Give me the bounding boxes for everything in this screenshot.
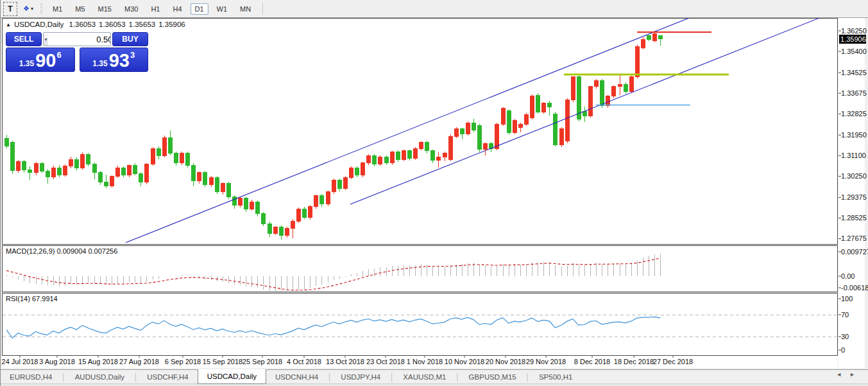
date-axis-label: 6 Sep 2018 xyxy=(165,358,201,365)
date-axis-label: 13 Oct 2018 xyxy=(326,358,364,365)
terminal-window: T ❖ ▾ M1M5M15M30H1H4D1W1MN ▲USDCAD,Daily… xyxy=(0,0,868,386)
macd-label: MACD(12,26,9) 0.009004 0.007256 xyxy=(6,247,117,255)
price-axis-label: 1.31100 xyxy=(841,152,866,159)
tab-separator: │ xyxy=(327,370,332,384)
chart-tab-bar: EURUSD,H4│AUDUSD,Daily│USDCHF,H4USDCAD,D… xyxy=(1,369,868,384)
date-axis-label: 3 Aug 2018 xyxy=(39,358,75,365)
price-axis-label: 1.30250 xyxy=(841,172,867,180)
ohlc-high: 1.36053 xyxy=(99,21,126,28)
timeframe-button-M15[interactable]: M15 xyxy=(94,3,116,15)
date-axis-label: 1 Nov 2018 xyxy=(407,358,443,365)
tab-separator: │ xyxy=(133,370,138,384)
chart-tab-sp500-h1[interactable]: SP500,H1 xyxy=(530,370,581,384)
date-axis-label: 29 Nov 2018 xyxy=(526,358,566,365)
price-axis-label: 1.29375 xyxy=(841,193,867,201)
ohlc-close: 1.35906 xyxy=(158,21,185,28)
price-axis-label: 1.33675 xyxy=(841,89,867,97)
volume-stepper: ▼ ▲ xyxy=(43,32,111,46)
date-axis-label: 15 Sep 2018 xyxy=(203,358,243,365)
chevron-down-icon: ▾ xyxy=(31,6,33,12)
chart-tab-gbpusd-m15[interactable]: GBPUSD,M15 xyxy=(460,370,525,384)
date-axis-label: 18 Dec 2018 xyxy=(614,358,654,365)
buy-price-pips: 93 xyxy=(109,52,130,70)
indicator-axis-label: 0.00 xyxy=(841,272,855,280)
current-price-badge: 1.35906 xyxy=(839,35,866,44)
chart-tab-usdcnh-h4[interactable]: USDCNH,H4 xyxy=(266,370,327,384)
date-axis-label: 27 Aug 2018 xyxy=(119,358,159,365)
chart-tab-usdjpy-h4[interactable]: USDJPY,H4 xyxy=(332,370,389,384)
price-axis-label: 1.36250 xyxy=(841,27,867,35)
diamond-arrows-icon: ❖ xyxy=(23,4,30,13)
tab-separator: │ xyxy=(61,370,65,384)
rsi-value: 67.9914 xyxy=(32,295,58,303)
price-axis-label: 1.32825 xyxy=(841,110,867,118)
indicator-axis-label: 100 xyxy=(841,295,853,303)
toolbar: T ❖ ▾ M1M5M15M30H1H4D1W1MN xyxy=(1,0,868,18)
chart-tab-usdcad-daily[interactable]: USDCAD,Daily xyxy=(198,369,266,384)
text-label-tool-icon[interactable]: T xyxy=(3,2,17,16)
price-axis-label: 1.28525 xyxy=(841,214,867,222)
chart-tab-usdchf-h4[interactable]: USDCHF,H4 xyxy=(138,370,198,384)
buy-price-point: 3 xyxy=(130,50,135,60)
ohlc-open: 1.36053 xyxy=(69,21,96,28)
buy-price-box[interactable]: 1.35 93 3 xyxy=(80,48,149,72)
tab-separator: │ xyxy=(455,370,459,384)
price-axis-label: 1.31950 xyxy=(841,131,867,139)
tab-separator: │ xyxy=(525,370,530,384)
sell-button[interactable]: SELL xyxy=(6,32,42,46)
date-axis-label: 4 Oct 2018 xyxy=(287,358,321,365)
volume-input[interactable] xyxy=(48,33,111,46)
macd-signal-value: 0.007256 xyxy=(88,247,117,255)
date-axis-label: 25 Sep 2018 xyxy=(243,358,282,365)
timeframe-button-M5[interactable]: M5 xyxy=(71,3,89,15)
sell-price-box[interactable]: 1.35 90 6 xyxy=(6,48,75,72)
timeframe-button-D1[interactable]: D1 xyxy=(191,3,208,15)
price-axis-label: 1.27675 xyxy=(841,234,867,242)
date-axis-label: 24 Jul 2018 xyxy=(2,358,38,365)
timeframe-button-H4[interactable]: H4 xyxy=(168,3,186,15)
buy-button[interactable]: BUY xyxy=(112,32,148,46)
date-axis-label: 8 Dec 2018 xyxy=(574,358,610,365)
date-axis-label: 15 Aug 2018 xyxy=(78,358,118,365)
buy-price-prefix: 1.35 xyxy=(92,59,107,68)
rsi-label: RSI(14) 67.9914 xyxy=(6,295,58,303)
timeframe-button-M30[interactable]: M30 xyxy=(120,3,142,15)
sell-price-pips: 90 xyxy=(35,52,56,70)
timeframe-button-M1[interactable]: M1 xyxy=(48,3,67,15)
price-axis-label: 1.35400 xyxy=(841,48,867,55)
ohlc-low: 1.35653 xyxy=(129,21,156,28)
indicator-axis-label: -0.006182 xyxy=(841,284,868,292)
sell-price-point: 6 xyxy=(56,50,61,60)
date-axis-label: 23 Oct 2018 xyxy=(366,358,405,365)
one-click-trading-panel: SELL ▼ ▲ BUY 1.35 90 6 1.35 93 3 xyxy=(6,32,148,72)
tab-scroll-left-icon[interactable]: ◄ xyxy=(836,371,849,378)
indicator-axis-label: 0 xyxy=(841,346,845,354)
timeframe-group: M1M5M15M30H1H4D1W1MN xyxy=(46,3,257,15)
symbol-title: USDCAD,Daily xyxy=(14,21,64,28)
price-axis-label: 1.34525 xyxy=(841,69,867,76)
indicator-axis-label: 30 xyxy=(841,333,849,340)
sell-price-prefix: 1.35 xyxy=(19,59,34,68)
tab-separator: │ xyxy=(389,370,394,384)
date-axis-label: 20 Nov 2018 xyxy=(486,358,525,365)
tab-scroll-arrows: ◄► xyxy=(836,371,863,378)
collapse-panel-icon[interactable]: ▲ xyxy=(6,22,11,28)
volume-decrease-button[interactable]: ▼ xyxy=(44,33,48,46)
indicators-tool-icon[interactable]: ❖ ▾ xyxy=(22,3,35,15)
toolbar-separator xyxy=(262,3,263,15)
chart-title: ▲USDCAD,Daily 1.360531.360531.356531.359… xyxy=(6,21,185,28)
rsi-pane-canvas[interactable] xyxy=(2,293,838,356)
tab-scroll-right-icon[interactable]: ► xyxy=(849,371,863,378)
timeframe-button-W1[interactable]: W1 xyxy=(212,3,232,15)
date-axis-label: 27 Dec 2018 xyxy=(653,358,693,365)
date-axis-label: 10 Nov 2018 xyxy=(445,358,484,365)
timeframe-button-MN[interactable]: MN xyxy=(235,3,255,15)
indicator-axis-label: 70 xyxy=(841,311,849,319)
toolbar-grip[interactable] xyxy=(40,3,42,15)
macd-main-value: 0.009004 xyxy=(56,247,86,255)
timeframe-button-H1[interactable]: H1 xyxy=(146,3,164,15)
macd-pane-canvas[interactable] xyxy=(2,245,838,292)
chart-tab-audusd-daily[interactable]: AUDUSD,Daily xyxy=(66,370,133,384)
chart-tab-xauusd-m1[interactable]: XAUUSD,M1 xyxy=(394,370,455,384)
chart-tab-eurusd-h4[interactable]: EURUSD,H4 xyxy=(1,370,61,384)
